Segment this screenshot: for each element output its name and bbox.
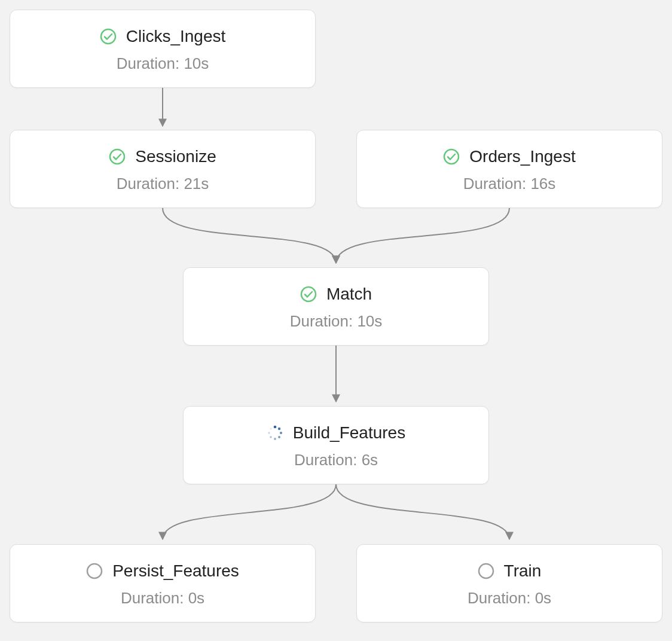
svg-point-10 [268,432,270,434]
svg-point-2 [444,149,459,164]
edge [336,208,509,263]
node-duration: Duration: 0s [468,589,551,608]
node-persist-features[interactable]: Persist_Features Duration: 0s [10,544,316,622]
node-title: Orders_Ingest [469,147,575,166]
check-circle-icon [300,286,317,303]
edge [163,484,336,539]
svg-point-4 [274,426,277,429]
svg-point-1 [110,149,124,164]
node-build-features[interactable]: Build_Features Duration: 6s [183,406,489,484]
dag-canvas: Clicks_Ingest Duration: 10s Sessionize D… [0,0,672,641]
spinner-icon [267,425,283,441]
check-circle-icon [109,148,126,165]
svg-point-5 [278,428,280,430]
check-circle-icon [100,28,117,45]
node-title: Train [504,561,542,581]
node-title: Clicks_Ingest [126,27,226,46]
edge [163,208,336,263]
node-title: Build_Features [293,423,405,442]
svg-point-7 [278,436,280,438]
edge [336,484,509,539]
node-duration: Duration: 16s [463,175,556,193]
svg-point-8 [274,438,276,440]
node-title: Sessionize [135,147,216,166]
circle-icon [86,563,103,579]
node-title: Persist_Features [112,561,239,581]
node-title: Match [326,285,372,304]
node-train[interactable]: Train Duration: 0s [356,544,662,622]
node-duration: Duration: 6s [294,451,378,469]
node-duration: Duration: 21s [117,175,209,193]
circle-icon [478,563,494,579]
svg-point-11 [270,428,271,429]
svg-point-12 [87,564,102,578]
svg-point-6 [280,432,282,434]
svg-point-0 [101,29,115,44]
svg-point-3 [301,287,316,301]
node-duration: Duration: 0s [121,589,204,608]
check-circle-icon [443,148,460,165]
node-orders-ingest[interactable]: Orders_Ingest Duration: 16s [356,130,662,208]
node-duration: Duration: 10s [117,54,209,73]
node-sessionize[interactable]: Sessionize Duration: 21s [10,130,316,208]
svg-point-13 [479,564,493,578]
node-duration: Duration: 10s [290,312,383,331]
node-match[interactable]: Match Duration: 10s [183,267,489,346]
node-clicks-ingest[interactable]: Clicks_Ingest Duration: 10s [10,10,316,88]
svg-point-9 [270,436,272,438]
